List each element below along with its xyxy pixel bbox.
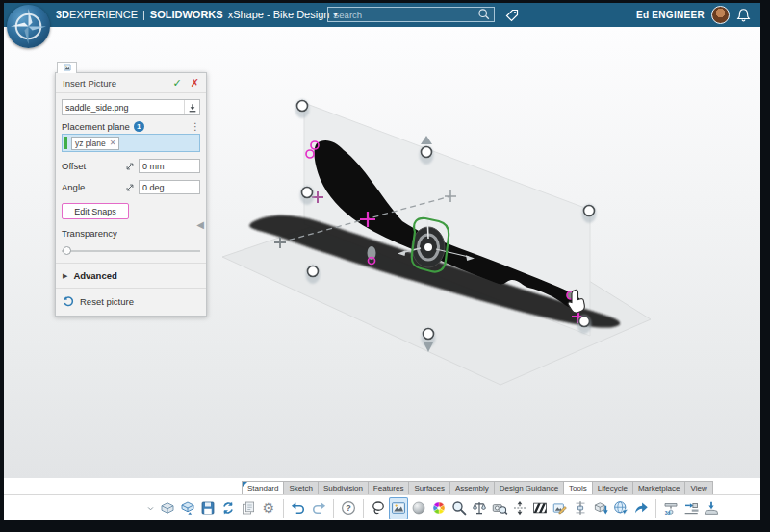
toolbar-color-wheel-button[interactable] [429,497,449,519]
overflow-icon [144,502,157,515]
tab-sketch[interactable]: Sketch [283,481,318,494]
tab-features[interactable]: Features [368,481,410,494]
cancel-button[interactable]: ✗ [191,77,199,89]
user-name[interactable]: Ed ENGINEER [636,10,705,20]
dialog-tab[interactable] [57,62,77,73]
toolbar-symmetry-check-button[interactable] [510,497,529,519]
active-selection-bar [64,137,67,149]
toolbar-print-station-button[interactable] [681,497,701,519]
expand-caret-icon: ▶ [63,272,67,280]
user-avatar[interactable] [711,6,730,24]
lasso-select-icon [370,499,387,517]
toolbar-new-part-button[interactable] [158,497,177,519]
app-title[interactable]: 3DEXPERIENCE|SOLIDWORKSxShape - Bike Des… [56,3,337,27]
slider-thumb[interactable] [63,246,71,255]
toolbar-section-view-button[interactable] [571,497,590,519]
toolbar-print-3d-button[interactable] [661,497,680,519]
edit-snaps-button[interactable]: Edit Snaps [62,203,129,219]
sync-icon [219,499,237,517]
toolbar-help-button[interactable] [339,497,358,519]
new-part-icon [159,499,176,517]
tab-standard[interactable]: Standard [242,481,284,494]
toolbar-evaluate-balance-button[interactable] [470,497,489,519]
toolbar-separator [283,499,284,518]
tab-view[interactable]: View [684,481,712,494]
angle-row: Angle [62,180,200,194]
options-menu-icon[interactable]: ⋮ [191,121,200,132]
tab-tools[interactable]: Tools [563,481,593,494]
plane-chip-label: yz plane [75,139,106,148]
help-icon [340,499,357,517]
chip-close-icon[interactable]: ✕ [110,139,116,147]
toolbar-undo-button[interactable] [289,497,308,519]
toolbar-share-web-button[interactable] [611,497,630,519]
angle-label: Angle [62,182,121,192]
bottom-toolbar [4,494,760,520]
dialog-header: Insert Picture ✓ ✗ [56,73,206,93]
toolbar-save-button[interactable] [198,497,218,519]
toolbar-separator [333,499,334,518]
toolbar-overflow-button[interactable] [144,497,157,519]
toolbar-measure-button[interactable] [449,497,469,519]
picture-handle[interactable] [306,265,321,284]
offset-input[interactable] [139,159,200,173]
insert-picture-icon [390,499,407,517]
toolbar-settings-button[interactable] [259,497,278,519]
toolbar-sync-button[interactable] [218,497,238,519]
transparency-slider[interactable] [62,246,200,256]
picture-handle[interactable] [300,186,315,205]
apply-material-icon [410,499,427,517]
tab-design-guidance[interactable]: Design Guidance [494,481,564,494]
app-window: 3DEXPERIENCE|SOLIDWORKSxShape - Bike Des… [0,0,770,532]
search-icon[interactable] [477,8,491,21]
picture-handle[interactable] [578,315,592,334]
page-copy-icon [240,499,257,517]
notifications-bell-icon[interactable] [736,8,751,22]
symmetry-check-icon [511,499,528,517]
panel-collapse-arrow[interactable]: ◀ [196,219,204,230]
toolbar-sketch-picture-button[interactable] [551,497,570,519]
reverse-angle-icon[interactable] [125,183,135,192]
plane-selection-field[interactable]: yz plane ✕ [62,134,200,152]
toolbar-export-package-button[interactable] [591,497,610,519]
slider-track[interactable] [62,250,200,252]
reset-picture-label: Reset picture [80,296,134,307]
plane-chip[interactable]: yz plane ✕ [71,137,119,150]
selection-count-badge: 1 [134,121,144,132]
toolbar-download-material-button[interactable] [702,497,721,519]
reverse-direction-icon[interactable] [125,162,135,171]
tab-surfaces[interactable]: Surfaces [408,481,450,494]
toolbar-inspect-camera-button[interactable] [490,497,509,519]
confirm-button[interactable]: ✓ [173,77,182,89]
tab-assembly[interactable]: Assembly [449,481,495,494]
toolbar-lasso-select-button[interactable] [369,497,388,519]
advanced-section-toggle[interactable]: ▶ Advanced [56,264,206,288]
settings-icon [260,499,277,517]
tab-marketplace[interactable]: Marketplace [632,481,686,494]
toolbar-separator [363,499,364,518]
reset-picture-button[interactable]: Reset picture [56,289,206,316]
browse-file-button[interactable] [184,100,199,114]
toolbar-share-button[interactable] [631,497,651,519]
zebra-stripes-icon [531,499,549,517]
color-wheel-icon [430,499,448,517]
toolbar-open-button[interactable] [178,497,197,519]
toolbar-page-copy-button[interactable] [239,497,258,519]
toolbar-apply-material-button[interactable] [409,497,428,519]
tab-subdivision[interactable]: Subdivision [318,481,369,494]
toolbar-redo-button[interactable] [309,497,328,519]
tag-icon[interactable] [504,8,520,23]
picture-handle[interactable] [295,99,310,118]
tab-lifecycle[interactable]: Lifecycle [592,481,633,494]
evaluate-balance-icon [471,499,488,517]
search-input[interactable] [328,10,477,20]
reset-icon [63,295,74,307]
angle-input[interactable] [139,180,200,194]
toolbar-zebra-stripes-button[interactable] [530,497,550,519]
picture-handle[interactable] [582,204,597,223]
open-icon [179,499,196,517]
filename-input[interactable] [63,103,184,113]
filename-field [62,99,200,115]
toolbar-insert-picture-button[interactable] [389,497,408,519]
3dexperience-compass-logo[interactable] [7,5,50,48]
